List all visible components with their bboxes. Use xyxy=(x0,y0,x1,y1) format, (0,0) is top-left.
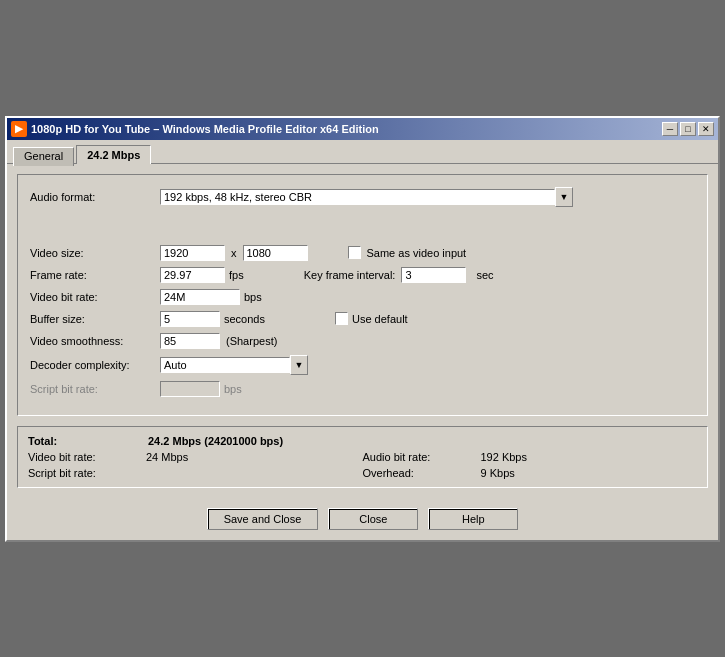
stats-col-left: Video bit rate: 24 Mbps Script bit rate: xyxy=(28,451,363,479)
script-bps-label: bps xyxy=(224,383,242,395)
audio-format-dropdown-btn[interactable]: ▼ xyxy=(555,187,573,207)
key-frame-interval-label: Key frame interval: xyxy=(304,269,396,281)
seconds-label: seconds xyxy=(224,313,265,325)
video-smoothness-row: Video smoothness: (Sharpest) xyxy=(30,333,695,349)
script-bit-rate-row: Script bit rate: bps xyxy=(30,381,695,397)
video-smoothness-label: Video smoothness: xyxy=(30,335,160,347)
fps-label: fps xyxy=(229,269,244,281)
stats-overhead-value: 9 Kbps xyxy=(481,467,515,479)
stats-overhead-label: Overhead: xyxy=(363,467,473,479)
same-as-input-label: Same as video input xyxy=(367,247,467,259)
audio-format-dropdown: ▼ xyxy=(160,187,573,207)
key-frame-interval-input[interactable] xyxy=(401,267,466,283)
video-bit-rate-label: Video bit rate: xyxy=(30,291,160,303)
content-area: Audio format: ▼ Video size: x Same as vi… xyxy=(7,164,718,498)
stats-video-bit-rate: Video bit rate: 24 Mbps xyxy=(28,451,363,463)
video-width-input[interactable] xyxy=(160,245,225,261)
decoder-complexity-dropdown-btn[interactable]: ▼ xyxy=(290,355,308,375)
video-bit-rate-row: Video bit rate: bps xyxy=(30,289,695,305)
video-size-row: Video size: x Same as video input xyxy=(30,245,695,261)
video-size-label: Video size: xyxy=(30,247,160,259)
close-button[interactable]: Close xyxy=(328,508,418,530)
decoder-complexity-label: Decoder complexity: xyxy=(30,359,160,371)
sec-label: sec xyxy=(476,269,493,281)
stats-video-bit-rate-label: Video bit rate: xyxy=(28,451,138,463)
same-as-input-checkbox[interactable] xyxy=(348,246,361,259)
x-separator: x xyxy=(231,247,237,259)
main-window: ▶ 1080p HD for You Tube – Windows Media … xyxy=(5,116,720,542)
window-title: 1080p HD for You Tube – Windows Media Pr… xyxy=(31,123,379,135)
stats-audio-bit-rate-value: 192 Kbps xyxy=(481,451,527,463)
decoder-complexity-row: Decoder complexity: ▼ xyxy=(30,355,695,375)
bps-label: bps xyxy=(244,291,262,303)
video-bit-rate-input[interactable] xyxy=(160,289,240,305)
title-buttons: ─ □ ✕ xyxy=(662,122,714,136)
title-bar: ▶ 1080p HD for You Tube – Windows Media … xyxy=(7,118,718,140)
decoder-complexity-input[interactable] xyxy=(160,357,290,373)
total-value: 24.2 Mbps (24201000 bps) xyxy=(148,435,283,447)
stats-row: Video bit rate: 24 Mbps Script bit rate:… xyxy=(28,451,697,479)
video-height-input[interactable] xyxy=(243,245,308,261)
stats-col-right: Audio bit rate: 192 Kbps Overhead: 9 Kbp… xyxy=(363,451,698,479)
app-icon: ▶ xyxy=(11,121,27,137)
audio-format-label: Audio format: xyxy=(30,191,160,203)
audio-format-input[interactable] xyxy=(160,189,555,205)
stats-video-bit-rate-value: 24 Mbps xyxy=(146,451,188,463)
audio-format-row: Audio format: ▼ xyxy=(30,187,695,207)
tab-general[interactable]: General xyxy=(13,147,74,166)
stats-script-bit-rate: Script bit rate: xyxy=(28,467,363,479)
stats-script-bit-rate-label: Script bit rate: xyxy=(28,467,138,479)
stats-audio-bit-rate-label: Audio bit rate: xyxy=(363,451,473,463)
maximize-button[interactable]: □ xyxy=(680,122,696,136)
video-smoothness-input[interactable] xyxy=(160,333,220,349)
close-window-button[interactable]: ✕ xyxy=(698,122,714,136)
script-bit-rate-label: Script bit rate: xyxy=(30,383,160,395)
stats-audio-bit-rate: Audio bit rate: 192 Kbps xyxy=(363,451,698,463)
script-bit-rate-input xyxy=(160,381,220,397)
frame-rate-row: Frame rate: fps Key frame interval: sec xyxy=(30,267,695,283)
use-default-checkbox[interactable] xyxy=(335,312,348,325)
stats-overhead: Overhead: 9 Kbps xyxy=(363,467,698,479)
same-as-input-group: Same as video input xyxy=(348,246,467,259)
buffer-size-label: Buffer size: xyxy=(30,313,160,325)
tab-24mbps[interactable]: 24.2 Mbps xyxy=(76,145,151,164)
total-row: Total: 24.2 Mbps (24201000 bps) xyxy=(28,435,697,447)
frame-rate-input[interactable] xyxy=(160,267,225,283)
settings-panel: Audio format: ▼ Video size: x Same as vi… xyxy=(17,174,708,416)
minimize-button[interactable]: ─ xyxy=(662,122,678,136)
total-label: Total: xyxy=(28,435,148,447)
decoder-complexity-dropdown: ▼ xyxy=(160,355,308,375)
frame-rate-label: Frame rate: xyxy=(30,269,160,281)
totals-section: Total: 24.2 Mbps (24201000 bps) Video bi… xyxy=(17,426,708,488)
buffer-size-row: Buffer size: seconds Use default xyxy=(30,311,695,327)
buffer-size-input[interactable] xyxy=(160,311,220,327)
save-and-close-button[interactable]: Save and Close xyxy=(207,508,319,530)
use-default-label: Use default xyxy=(352,313,408,325)
sharpest-note: (Sharpest) xyxy=(226,335,277,347)
bottom-bar: Save and Close Close Help xyxy=(7,498,718,540)
tab-bar: General 24.2 Mbps xyxy=(7,140,718,164)
help-button[interactable]: Help xyxy=(428,508,518,530)
